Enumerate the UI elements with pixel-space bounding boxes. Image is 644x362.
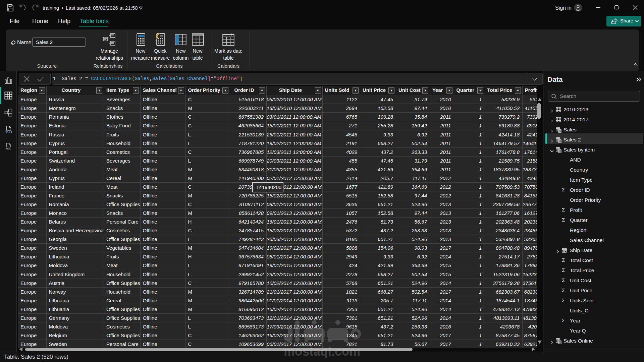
svg-text:DAX: DAX [5, 130, 11, 134]
svg-text:TMDL: TMDL [4, 147, 11, 150]
